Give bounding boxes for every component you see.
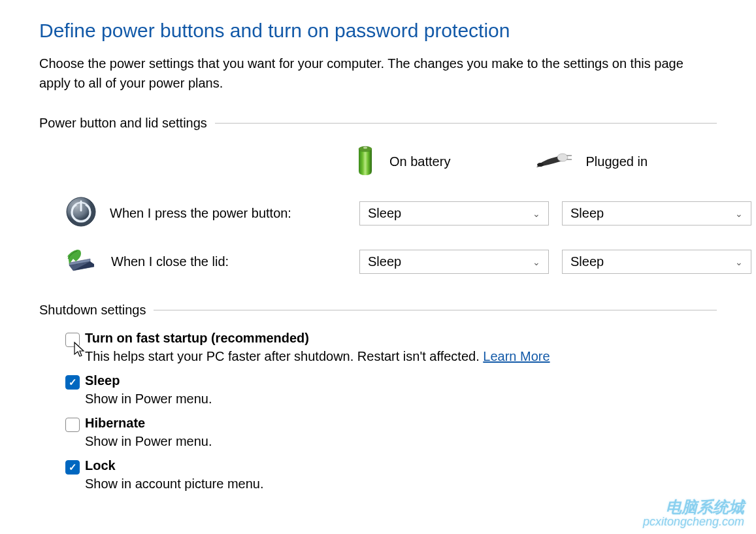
lock-checkbox[interactable]: ✓ (65, 460, 80, 475)
svg-point-2 (363, 147, 367, 149)
power-button-battery-dropdown[interactable]: Sleep ⌄ (359, 201, 549, 225)
sleep-checkbox[interactable]: ✓ (65, 375, 80, 390)
lock-title: Lock (85, 458, 717, 473)
shutdown-section-header: Shutdown settings (39, 303, 717, 318)
plug-icon (535, 149, 574, 175)
lid-icon (65, 247, 98, 276)
close-lid-battery-dropdown[interactable]: Sleep ⌄ (359, 250, 549, 274)
sleep-desc: Show in Power menu. (85, 392, 717, 407)
power-icon (65, 196, 97, 231)
hibernate-checkbox[interactable] (65, 418, 80, 432)
section-label-power: Power button and lid settings (39, 116, 215, 131)
learn-more-link[interactable]: Learn More (483, 349, 550, 363)
plugged-in-label: Plugged in (586, 154, 648, 169)
lock-desc: Show in account picture menu. (85, 476, 717, 492)
power-button-section-header: Power button and lid settings (39, 116, 717, 131)
checkmark-icon: ✓ (69, 461, 77, 473)
chevron-down-icon: ⌄ (533, 257, 540, 267)
close-lid-row: When I close the lid: Sleep ⌄ Sleep ⌄ (39, 247, 717, 276)
close-lid-plugged-dropdown[interactable]: Sleep ⌄ (562, 250, 751, 274)
sleep-title: Sleep (85, 373, 717, 388)
chevron-down-icon: ⌄ (735, 209, 743, 219)
svg-point-3 (557, 154, 568, 161)
fast-startup-title: Turn on fast startup (recommended) (85, 331, 717, 346)
fast-startup-checkbox[interactable] (65, 333, 80, 347)
chevron-down-icon: ⌄ (735, 257, 743, 267)
battery-icon (353, 144, 378, 180)
hibernate-desc: Show in Power menu. (85, 434, 717, 449)
section-divider (154, 310, 717, 310)
power-button-label: When I press the power button: (110, 206, 291, 221)
page-title: Define power buttons and turn on passwor… (39, 20, 717, 42)
page-description: Choose the power settings that you want … (39, 54, 717, 93)
power-button-row: When I press the power button: Sleep ⌄ S… (39, 196, 717, 231)
on-battery-label: On battery (389, 154, 450, 169)
section-label-shutdown: Shutdown settings (39, 303, 154, 318)
fast-startup-desc: This helps start your PC faster after sh… (85, 349, 717, 364)
svg-rect-5 (567, 159, 572, 160)
hibernate-title: Hibernate (85, 416, 717, 431)
section-divider (215, 123, 717, 124)
power-button-plugged-dropdown[interactable]: Sleep ⌄ (562, 201, 751, 225)
svg-rect-4 (567, 155, 572, 156)
close-lid-label: When I close the lid: (111, 254, 229, 269)
watermark: 电脑系统城 pcxitongcheng.com (643, 499, 744, 529)
chevron-down-icon: ⌄ (533, 209, 540, 219)
checkmark-icon: ✓ (69, 376, 77, 388)
svg-point-6 (537, 163, 544, 167)
power-column-headers: On battery Plugged in (39, 144, 717, 180)
